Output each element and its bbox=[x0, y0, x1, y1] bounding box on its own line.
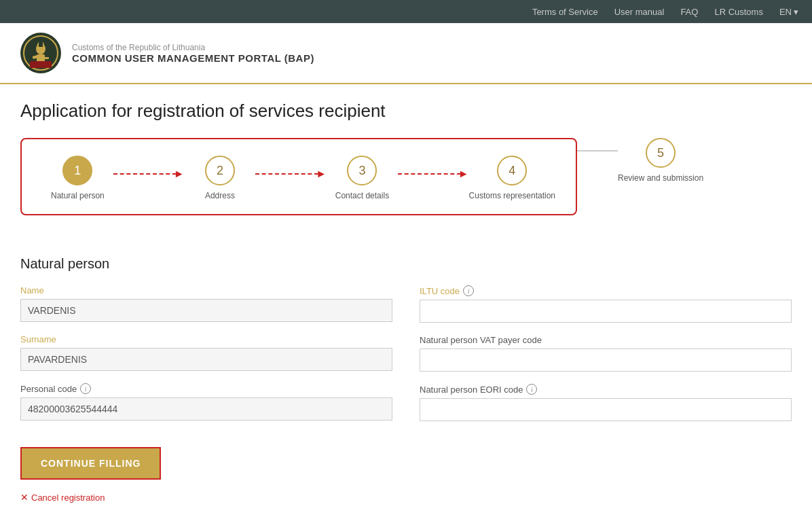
continue-filling-button[interactable]: CONTINUE FILLING bbox=[20, 447, 161, 480]
step-4-circle: 4 bbox=[497, 156, 527, 185]
eori-input[interactable] bbox=[420, 398, 792, 421]
svg-rect-6 bbox=[39, 41, 43, 47]
step-5[interactable]: 5 Review and submission bbox=[618, 138, 703, 183]
language-selector[interactable]: EN ▾ bbox=[779, 7, 798, 17]
form-grid: Name Surname Personal code i bbox=[20, 285, 792, 433]
personal-code-info-icon[interactable]: i bbox=[80, 383, 91, 394]
iltu-label: ILTU code i bbox=[420, 285, 792, 296]
step-3-label: Contact details bbox=[335, 191, 389, 200]
connector-3-4: ► bbox=[398, 168, 469, 180]
surname-input[interactable] bbox=[20, 348, 392, 371]
personal-code-label: Personal code i bbox=[20, 383, 392, 394]
connector-line-3 bbox=[398, 173, 461, 175]
chevron-down-icon: ▾ bbox=[794, 7, 798, 17]
cancel-x-icon: ✕ bbox=[20, 492, 29, 503]
main-content: Application for registration of services… bbox=[0, 84, 812, 517]
terms-link[interactable]: Terms of Service bbox=[532, 7, 598, 17]
step-5-circle: 5 bbox=[646, 138, 676, 168]
surname-label: Surname bbox=[20, 334, 392, 344]
cancel-registration-link[interactable]: ✕ Cancel registration bbox=[20, 492, 792, 503]
personal-code-input[interactable] bbox=[20, 397, 392, 421]
right-column: ILTU code i Natural person VAT payer cod… bbox=[420, 285, 792, 433]
step-1[interactable]: 1 Natural person bbox=[42, 156, 113, 200]
step-2[interactable]: 2 Address bbox=[185, 156, 256, 200]
svg-rect-4 bbox=[43, 57, 49, 59]
name-group: Name bbox=[20, 285, 392, 322]
header: Customs of the Republic of Lithuania COM… bbox=[0, 23, 812, 84]
iltu-input[interactable] bbox=[420, 300, 792, 323]
top-nav: Terms of Service User manual FAQ LR Cust… bbox=[0, 0, 812, 23]
eori-label: Natural person EORI code i bbox=[420, 384, 792, 395]
step-3-circle: 3 bbox=[347, 156, 377, 185]
connector-1-2: ► bbox=[113, 168, 185, 180]
connector-line-2 bbox=[255, 173, 318, 175]
personal-code-group: Personal code i bbox=[20, 383, 392, 421]
step-3[interactable]: 3 Contact details bbox=[327, 156, 398, 200]
steps-row: 1 Natural person ► 2 Address ► bbox=[42, 156, 555, 200]
connector-2-3: ► bbox=[255, 168, 327, 180]
header-text: Customs of the Republic of Lithuania COM… bbox=[72, 43, 314, 64]
step-2-label: Address bbox=[205, 191, 235, 200]
vat-input[interactable] bbox=[420, 349, 792, 372]
vat-group: Natural person VAT payer code bbox=[420, 335, 792, 372]
customs-link[interactable]: LR Customs bbox=[714, 7, 763, 17]
step-1-circle: 1 bbox=[62, 156, 92, 185]
org-name: Customs of the Republic of Lithuania bbox=[72, 43, 314, 52]
left-column: Name Surname Personal code i bbox=[20, 285, 392, 433]
portal-name: COMMON USER MANAGEMENT PORTAL (BAP) bbox=[72, 52, 314, 64]
step-2-circle: 2 bbox=[205, 156, 235, 185]
step-5-label: Review and submission bbox=[618, 173, 703, 183]
faq-link[interactable]: FAQ bbox=[680, 7, 698, 17]
section-title: Natural person bbox=[20, 256, 792, 272]
iltu-group: ILTU code i bbox=[420, 285, 792, 323]
manual-link[interactable]: User manual bbox=[614, 7, 665, 17]
connector-line-1 bbox=[113, 173, 177, 175]
svg-rect-7 bbox=[30, 61, 52, 68]
surname-group: Surname bbox=[20, 334, 392, 371]
logo bbox=[20, 33, 61, 73]
wizard-box: 1 Natural person ► 2 Address ► bbox=[20, 138, 577, 215]
name-label: Name bbox=[20, 285, 392, 296]
eori-group: Natural person EORI code i bbox=[420, 384, 792, 421]
step-4-label: Customs representation bbox=[469, 191, 555, 200]
vat-label: Natural person VAT payer code bbox=[420, 335, 792, 345]
eori-info-icon[interactable]: i bbox=[526, 384, 537, 395]
name-input[interactable] bbox=[20, 299, 392, 322]
page-title: Application for registration of services… bbox=[20, 101, 792, 122]
iltu-info-icon[interactable]: i bbox=[463, 285, 474, 296]
step-4[interactable]: 4 Customs representation bbox=[469, 156, 555, 200]
step-1-label: Natural person bbox=[51, 191, 105, 200]
